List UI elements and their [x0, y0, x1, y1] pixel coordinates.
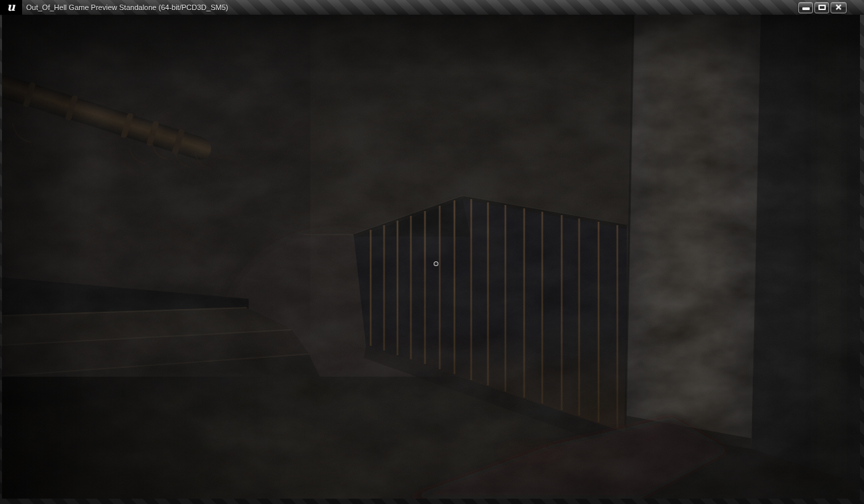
game-viewport[interactable]: [2, 15, 860, 499]
close-icon: ✕: [835, 3, 842, 11]
game-scene: [2, 15, 860, 499]
window-title: Out_Of_Hell Game Preview Standalone (64-…: [26, 3, 228, 11]
vignette: [2, 15, 860, 499]
maximize-button[interactable]: [814, 2, 829, 13]
minimize-icon: [802, 7, 810, 10]
window-controls: ✕: [798, 2, 847, 13]
minimize-button[interactable]: [798, 2, 813, 13]
close-button[interactable]: ✕: [830, 2, 847, 13]
game-window: u Out_Of_Hell Game Preview Standalone (6…: [0, 0, 864, 504]
titlebar[interactable]: u Out_Of_Hell Game Preview Standalone (6…: [0, 0, 864, 15]
crosshair-reticle: [434, 261, 438, 266]
unreal-engine-logo-icon: u: [0, 0, 22, 15]
maximize-icon: [818, 5, 826, 10]
logo-glyph: u: [7, 0, 15, 14]
